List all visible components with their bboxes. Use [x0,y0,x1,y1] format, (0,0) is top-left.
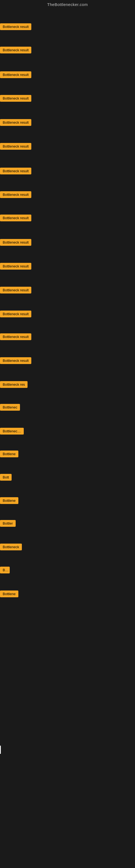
bottleneck-result-item[interactable]: Bottleneck r [0,428,24,436]
bottleneck-badge: Bottleneck result [0,143,31,150]
bottleneck-result-item[interactable]: Bottleneck result [0,191,31,199]
bottleneck-badge: Bottleneck [0,544,22,550]
bottleneck-badge: Bottleneck result [0,191,31,198]
bottleneck-badge: Bottleneck result [0,239,31,246]
bottleneck-result-item[interactable]: Bottleneck result [0,311,31,318]
bottleneck-badge: Bottlene [0,451,18,457]
bottleneck-result-item[interactable]: Bottleneck result [0,167,31,176]
bottleneck-badge: Bottleneck result [0,119,31,126]
bottleneck-result-item[interactable]: Bottleneck result [0,119,31,127]
bottleneck-badge: Bottlene [0,590,18,597]
bottleneck-badge: Bottleneck r [0,428,24,435]
bottleneck-badge: Bottleneck result [0,95,31,102]
bottleneck-badge: Bottlenec [0,404,20,411]
bottleneck-result-item[interactable]: Bottleneck result [0,71,31,79]
bottleneck-badge: Bottleneck result [0,46,31,54]
bottleneck-result-item[interactable]: Bottlene [0,497,18,505]
bottleneck-badge: Bottleneck result [0,333,31,340]
bottleneck-badge: Bottleneck result [0,287,31,293]
bottleneck-result-item[interactable]: Bottleneck [0,544,22,552]
bottleneck-badge: Bottleneck result [0,71,31,78]
bottleneck-result-item[interactable]: Bottleneck result [0,46,31,55]
bottleneck-badge: Bottleneck result [0,263,31,270]
bottleneck-result-item[interactable]: Bott [0,474,12,482]
bottleneck-result-item[interactable]: Bottler [0,520,16,528]
bottleneck-result-item[interactable]: Bot [0,567,10,575]
bottleneck-badge: Bottleneck result [0,167,31,175]
bottleneck-badge: Bottleneck result [0,23,31,30]
bottleneck-result-item[interactable]: Bottlene [0,451,18,458]
bottleneck-result-item[interactable]: Bottleneck result [0,23,31,31]
bottleneck-result-item[interactable]: Bottleneck res [0,381,28,389]
bottleneck-badge: Bott [0,474,12,480]
bottleneck-result-item[interactable]: Bottleneck result [0,95,31,103]
bottleneck-result-item[interactable]: Bottlenec [0,404,20,412]
bottleneck-result-item[interactable]: Bottleneck result [0,263,31,271]
bottleneck-badge: Bottlene [0,497,18,504]
text-cursor [0,746,1,754]
bottleneck-result-item[interactable]: Bottleneck result [0,287,31,294]
bottleneck-result-item[interactable]: Bottlene [0,590,18,598]
bottleneck-result-item[interactable]: Bottleneck result [0,143,31,151]
bottleneck-badge: Bottler [0,520,16,527]
bottleneck-badge: Bot [0,567,10,574]
bottleneck-result-item[interactable]: Bottleneck result [0,357,31,365]
bottleneck-result-item[interactable]: Bottleneck result [0,239,31,247]
bottleneck-badge: Bottleneck res [0,381,28,388]
bottleneck-badge: Bottleneck result [0,215,31,221]
bottleneck-badge: Bottleneck result [0,357,31,364]
bottleneck-badge: Bottleneck result [0,311,31,317]
bottleneck-result-item[interactable]: Bottleneck result [0,333,31,341]
bottleneck-result-item[interactable]: Bottleneck result [0,215,31,222]
site-title: TheBottlenecker.com [0,0,135,8]
